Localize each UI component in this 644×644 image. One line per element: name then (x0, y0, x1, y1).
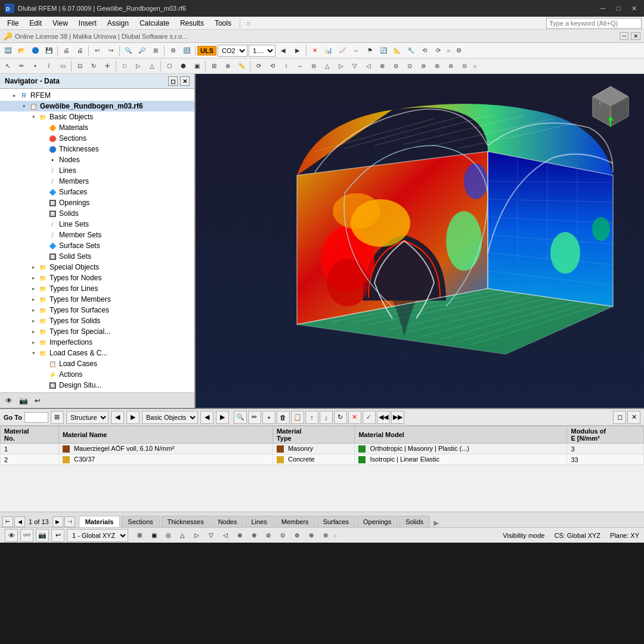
tb-results[interactable]: 📊 (322, 44, 335, 57)
tree-solidsets[interactable]: 🔲 Solid Sets (0, 251, 194, 262)
bp-arrow-left[interactable]: ◀ (111, 411, 124, 424)
tb-calc[interactable]: ⚙ (166, 44, 179, 57)
menu-tools[interactable]: Tools (210, 18, 236, 29)
menu-insert[interactable]: Insert (74, 18, 101, 29)
tree-rfem[interactable]: ▸ R RFEM (0, 90, 194, 101)
tb2-shade[interactable]: ▣ (190, 60, 203, 73)
st-btn-1[interactable]: ⊞ (133, 529, 146, 542)
tb2-line[interactable]: / (42, 60, 55, 73)
tb-redo[interactable]: ↪ (104, 44, 117, 57)
tree-types-lines[interactable]: ▸ 📁 Types for Lines (0, 283, 194, 294)
bp-restore-btn[interactable]: ◻ (613, 411, 626, 424)
tb-chart[interactable]: 📈 (336, 44, 349, 57)
st-btn-4[interactable]: △ (176, 529, 189, 542)
tb2-cursor[interactable]: ↖ (1, 60, 14, 73)
tb2-side[interactable]: ▷ (132, 60, 145, 73)
menu-view[interactable]: View (48, 18, 73, 29)
tab-sections[interactable]: Sections (121, 516, 159, 527)
status-more[interactable]: » (333, 532, 337, 539)
bp-arrow-left2[interactable]: ◀ (200, 411, 213, 424)
tb2-r7[interactable]: ▷ (335, 60, 348, 73)
st-btn-10[interactable]: ⊘ (262, 529, 275, 542)
bp-up-btn[interactable]: ↑ (305, 411, 318, 424)
menu-file[interactable]: File (2, 18, 23, 29)
tb-next[interactable]: ▶ (291, 44, 304, 57)
bp-tab-prev[interactable]: ◀ (14, 516, 25, 527)
tb2-select[interactable]: ⊡ (73, 60, 86, 73)
tb2-r9[interactable]: ◁ (362, 60, 375, 73)
tree-linesets[interactable]: / Line Sets (0, 219, 194, 230)
tree-file[interactable]: ▾ 📋 Gewölbe_Rundbogen_m03.rf6 (0, 101, 194, 112)
status-icon-2[interactable]: 👓 (20, 529, 33, 542)
bp-x-btn[interactable]: ✕ (348, 411, 361, 424)
3d-viewport[interactable]: X Y Z (196, 74, 644, 408)
tab-materials[interactable]: Materials (79, 516, 120, 527)
nav-restore-btn[interactable]: ◻ (168, 76, 178, 86)
tree-types-members[interactable]: ▸ 📁 Types for Members (0, 294, 194, 305)
tree-loadcases-group[interactable]: ▾ 📁 Load Cases & C... (0, 348, 194, 358)
tab-openings[interactable]: Openings (357, 516, 398, 527)
tb-settings[interactable]: ⚙ (453, 44, 466, 57)
st-btn-11[interactable]: ⊙ (276, 529, 289, 542)
bp-filter-btn[interactable]: 🔍 (234, 411, 247, 424)
tree-actions[interactable]: ⚡ Actions (0, 369, 194, 380)
tab-solids[interactable]: Solids (399, 516, 430, 527)
tb-x-mark[interactable]: ✕ (308, 44, 321, 57)
tb-open[interactable]: 📂 (15, 44, 28, 57)
combo-select[interactable]: CO2CO1 (218, 45, 247, 57)
tb2-r8[interactable]: ▽ (348, 60, 361, 73)
tb2-r6[interactable]: △ (321, 60, 334, 73)
tab-surfaces[interactable]: Surfaces (317, 516, 355, 527)
tb-calc2[interactable]: 🔢 (180, 44, 193, 57)
status-icon-1[interactable]: 👁 (5, 529, 18, 542)
bp-close-btn[interactable]: ✕ (627, 411, 640, 424)
tb-print2[interactable]: 🖨 (73, 44, 86, 57)
tb2-r12[interactable]: ⊙ (403, 60, 416, 73)
bp-arrow-right[interactable]: ▶ (126, 411, 140, 424)
tb-undo[interactable]: ↩ (91, 44, 104, 57)
close-button[interactable]: ✕ (628, 3, 639, 14)
tb2-r3[interactable]: ↕ (280, 60, 293, 73)
tb2-front[interactable]: □ (118, 60, 131, 73)
tab-members[interactable]: Members (275, 516, 315, 527)
tree-nodes[interactable]: • Nodes (0, 154, 194, 165)
tb2-wire[interactable]: ⬢ (177, 60, 190, 73)
bp-tab-last[interactable]: ⊣ (64, 516, 75, 527)
tb2-3d[interactable]: ⬡ (163, 60, 176, 73)
tb2-pen[interactable]: ✏ (15, 60, 28, 73)
minimize-button[interactable]: ─ (597, 3, 608, 14)
st-btn-3[interactable]: ◎ (162, 529, 175, 542)
tb-more4[interactable]: 🔧 (404, 44, 417, 57)
tb2-r16[interactable]: ⊝ (458, 60, 471, 73)
tree-imperfections[interactable]: ▸ 📁 Imperfections (0, 337, 194, 348)
tree-types-special[interactable]: ▸ 📁 Types for Special... (0, 326, 194, 337)
tab-lines[interactable]: Lines (244, 516, 273, 527)
st-btn-5[interactable]: ▷ (190, 529, 203, 542)
goto-input[interactable] (24, 412, 48, 423)
maximize-button[interactable]: □ (613, 3, 624, 14)
search-input[interactable] (546, 18, 642, 29)
tree-solids[interactable]: 🔲 Solids (0, 208, 194, 219)
tb-arrows[interactable]: ↔ (349, 44, 363, 57)
uls-badge[interactable]: ULS (197, 46, 216, 55)
tabs-more[interactable]: ▶ (431, 519, 441, 527)
tree-thicknesses[interactable]: 🔵 Thicknesses (0, 144, 194, 154)
license-close-btn[interactable]: ✕ (631, 32, 640, 40)
tree-types-nodes[interactable]: ▸ 📁 Types for Nodes (0, 273, 194, 283)
menu-edit[interactable]: Edit (24, 18, 47, 29)
tab-nodes[interactable]: Nodes (212, 516, 244, 527)
tb-more2[interactable]: 🔄 (377, 44, 390, 57)
table-row[interactable]: 2 C30/37 Concrete Isotropic | Linear Ela… (1, 454, 644, 465)
tree-special-objects[interactable]: ▸ 📁 Special Objects (0, 262, 194, 273)
st-btn-14[interactable]: ⊜ (319, 529, 332, 542)
zoom-select[interactable]: 1.... (249, 45, 275, 57)
tb2-rotate[interactable]: ↻ (87, 60, 100, 73)
tb2-measure[interactable]: 📏 (235, 60, 248, 73)
tree-basic-objects[interactable]: ▾ 📁 Basic Objects (0, 112, 194, 122)
tree-sections[interactable]: 🔴 Sections (0, 133, 194, 144)
tb2-node[interactable]: • (29, 60, 42, 73)
tb-new[interactable]: 🆕 (1, 44, 14, 57)
basic-objects-select[interactable]: Basic Objects (142, 411, 198, 424)
st-btn-8[interactable]: ⊗ (233, 529, 246, 542)
tb-zoom-out[interactable]: 🔎 (135, 44, 148, 57)
